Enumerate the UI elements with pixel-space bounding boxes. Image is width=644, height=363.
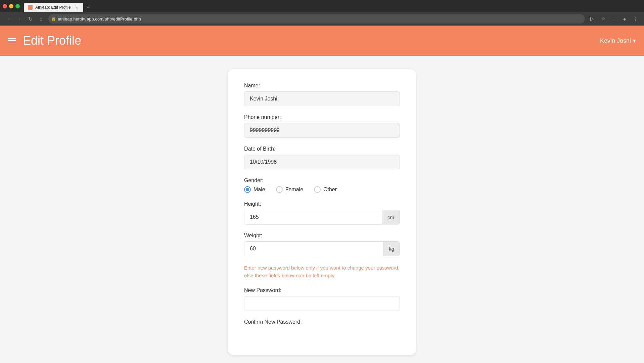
nav-buttons: ‹ › ↻ ⌂ — [4, 14, 46, 24]
tab-favicon — [28, 5, 33, 10]
dob-field-group: Date of Birth: — [244, 146, 400, 169]
toolbar-right: ▷ ☆ ⋮ ● ⋮ — [588, 14, 640, 24]
minimize-button[interactable] — [9, 4, 13, 8]
address-bar: ‹ › ↻ ⌂ 🔒 athleap.herokuapp.com/php/edit… — [0, 12, 644, 26]
hamburger-menu-icon[interactable] — [8, 38, 16, 43]
tab-title: Athleap: Edit Profile — [35, 5, 71, 10]
tab-bar: Athleap: Edit Profile ✕ + — [0, 0, 644, 12]
page-title: Edit Profile — [23, 34, 81, 48]
height-input[interactable] — [244, 210, 382, 224]
refresh-button[interactable]: ↻ — [26, 14, 35, 24]
phone-input[interactable] — [244, 123, 400, 138]
weight-unit: kg — [383, 242, 400, 256]
home-button[interactable]: ⌂ — [36, 14, 46, 24]
phone-field-group: Phone number: — [244, 114, 400, 138]
height-unit: cm — [382, 210, 400, 224]
male-radio-circle — [244, 186, 251, 193]
gender-label: Gender: — [244, 177, 400, 184]
weight-input-wrapper: kg — [244, 241, 400, 256]
header-left: Edit Profile — [8, 34, 81, 48]
new-tab-button[interactable]: + — [83, 3, 93, 12]
gender-other-option[interactable]: Other — [314, 186, 337, 193]
new-password-field-group: New Password: — [244, 287, 400, 311]
dob-input[interactable] — [244, 155, 400, 169]
bookmark-button[interactable]: ☆ — [598, 14, 608, 24]
female-radio-circle — [276, 186, 283, 193]
menu-button[interactable]: ⋮ — [631, 14, 640, 24]
male-label: Male — [254, 187, 265, 193]
phone-label: Phone number: — [244, 114, 400, 120]
confirm-password-label: Confirm New Password: — [244, 319, 400, 325]
gender-radio-group: Male Female Other — [244, 186, 400, 193]
chevron-down-icon: ▾ — [633, 37, 636, 44]
forward-button[interactable]: › — [15, 14, 24, 24]
account-button[interactable]: ● — [620, 14, 629, 24]
url-bar[interactable]: 🔒 athleap.herokuapp.com/php/editProfile.… — [48, 14, 585, 24]
extensions-button[interactable]: ⋮ — [609, 14, 618, 24]
back-button[interactable]: ‹ — [4, 14, 13, 24]
tab-close-button[interactable]: ✕ — [75, 5, 79, 10]
weight-label: Weight: — [244, 233, 400, 239]
user-name: Kevin Joshi — [600, 37, 631, 44]
height-input-wrapper: cm — [244, 210, 400, 225]
other-label: Other — [323, 187, 337, 193]
window-controls — [3, 4, 20, 8]
confirm-password-field-group: Confirm New Password: — [244, 319, 400, 325]
gender-male-option[interactable]: Male — [244, 186, 265, 193]
dob-label: Date of Birth: — [244, 146, 400, 152]
edit-profile-form: Name: Phone number: Date of Birth: Gende… — [228, 69, 416, 355]
app-header: Edit Profile Kevin Joshi ▾ — [0, 26, 644, 56]
gender-field-group: Gender: Male Female Other — [244, 177, 400, 193]
main-content: Name: Phone number: Date of Birth: Gende… — [0, 56, 644, 363]
close-button[interactable] — [3, 4, 7, 8]
other-radio-circle — [314, 186, 321, 193]
cast-button[interactable]: ▷ — [588, 14, 597, 24]
name-label: Name: — [244, 83, 400, 89]
ssl-lock-icon: 🔒 — [51, 16, 56, 21]
browser-chrome: Athleap: Edit Profile ✕ + ‹ › ↻ ⌂ 🔒 athl… — [0, 0, 644, 26]
active-tab[interactable]: Athleap: Edit Profile ✕ — [24, 3, 83, 12]
user-menu[interactable]: Kevin Joshi ▾ — [600, 37, 636, 44]
name-field-group: Name: — [244, 83, 400, 106]
password-hint: Enter new password below only if you wan… — [244, 264, 400, 279]
male-radio-inner — [246, 188, 249, 191]
weight-input[interactable] — [244, 242, 383, 256]
weight-field-group: Weight: kg — [244, 233, 400, 256]
height-field-group: Height: cm — [244, 201, 400, 225]
height-label: Height: — [244, 201, 400, 207]
gender-female-option[interactable]: Female — [276, 186, 303, 193]
new-password-input[interactable] — [244, 296, 400, 311]
female-label: Female — [285, 187, 303, 193]
maximize-button[interactable] — [15, 4, 20, 8]
name-input[interactable] — [244, 91, 400, 106]
url-text: athleap.herokuapp.com/php/editProfile.ph… — [58, 16, 141, 22]
new-password-label: New Password: — [244, 287, 400, 293]
